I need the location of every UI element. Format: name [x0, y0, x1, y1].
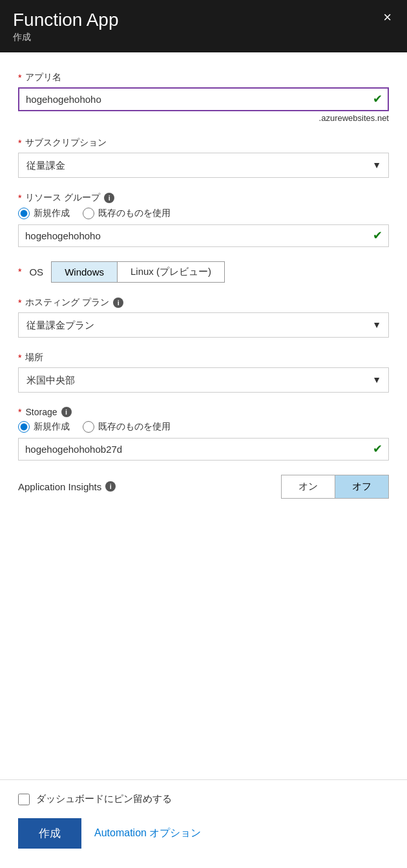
- hosting-plan-select[interactable]: 従量課金プラン: [18, 312, 389, 338]
- application-insights-on-button[interactable]: オン: [282, 475, 335, 498]
- application-insights-row: Application Insights i オン オフ: [18, 475, 389, 499]
- close-button[interactable]: ×: [381, 10, 394, 25]
- resource-group-label: * リソース グループ i: [18, 192, 389, 204]
- location-select-wrapper: 米国中央部 ▼: [18, 367, 389, 393]
- resource-group-label-text: リソース グループ: [25, 192, 100, 204]
- resource-group-create-new[interactable]: 新規作成: [18, 208, 70, 219]
- app-name-label-text: アプリ名: [25, 72, 61, 83]
- storage-label: * Storage i: [18, 407, 389, 417]
- create-button[interactable]: 作成: [18, 818, 81, 849]
- storage-input-wrapper: ✔: [18, 438, 389, 461]
- resource-group-use-existing-label: 既存のものを使用: [98, 208, 171, 219]
- hosting-plan-label: * ホスティング プラン i: [18, 297, 389, 309]
- resource-group-info-icon[interactable]: i: [104, 193, 114, 203]
- app-name-field: * アプリ名 ✔ .azurewebsites.net: [18, 72, 389, 123]
- os-field: * OS Windows Linux (プレビュー): [18, 261, 389, 283]
- app-name-label: * アプリ名: [18, 72, 389, 83]
- function-app-panel: Function App 作成 × * アプリ名 ✔ .azurewebsite…: [0, 0, 407, 868]
- app-name-check-icon: ✔: [373, 92, 382, 106]
- app-name-input-wrapper: ✔: [18, 87, 389, 111]
- storage-check-icon: ✔: [373, 442, 382, 456]
- required-star-app-name: *: [18, 72, 21, 83]
- hosting-plan-label-text: ホスティング プラン: [25, 297, 109, 309]
- pin-label: ダッシュボードにピン留めする: [36, 793, 172, 805]
- resource-group-create-new-label: 新規作成: [34, 208, 70, 219]
- storage-create-new-label: 新規作成: [34, 421, 70, 433]
- resource-group-check-icon: ✔: [373, 228, 382, 243]
- resource-group-use-existing-radio[interactable]: [83, 208, 94, 219]
- header-title-block: Function App 作成: [13, 10, 118, 43]
- pin-checkbox[interactable]: [18, 794, 30, 805]
- storage-use-existing-label: 既存のものを使用: [98, 421, 171, 433]
- location-field: * 場所 米国中央部 ▼: [18, 352, 389, 393]
- os-linux-button[interactable]: Linux (プレビュー): [117, 262, 224, 282]
- required-star-os: *: [18, 266, 21, 277]
- hosting-plan-field: * ホスティング プラン i 従量課金プラン ▼: [18, 297, 389, 338]
- panel-footer: ダッシュボードにピン留めする 作成 Automation オプション: [0, 779, 407, 868]
- os-label-text: OS: [29, 266, 43, 277]
- os-row: * OS Windows Linux (プレビュー): [18, 261, 389, 283]
- os-toggle-group: Windows Linux (プレビュー): [51, 261, 225, 283]
- application-insights-label: Application Insights i: [18, 481, 271, 492]
- resource-group-field: * リソース グループ i 新規作成 既存のものを使用 ✔: [18, 192, 389, 247]
- subscription-label: * サブスクリプション: [18, 137, 389, 149]
- required-star-location: *: [18, 353, 21, 363]
- application-insights-label-text: Application Insights: [18, 481, 101, 492]
- storage-input[interactable]: [18, 438, 389, 461]
- application-insights-field: Application Insights i オン オフ: [18, 475, 389, 499]
- resource-group-use-existing[interactable]: 既存のものを使用: [83, 208, 171, 219]
- panel-subtitle: 作成: [13, 32, 118, 43]
- storage-use-existing-radio[interactable]: [83, 421, 94, 433]
- panel-header: Function App 作成 ×: [0, 0, 407, 52]
- hosting-plan-select-wrapper: 従量課金プラン ▼: [18, 312, 389, 338]
- resource-group-create-new-radio[interactable]: [18, 208, 30, 219]
- subscription-select-wrapper: 従量課金 ▼: [18, 153, 389, 178]
- app-name-input[interactable]: [18, 87, 389, 111]
- subscription-field: * サブスクリプション 従量課金 ▼: [18, 137, 389, 178]
- resource-group-input[interactable]: [18, 224, 389, 247]
- required-star-subscription: *: [18, 138, 21, 148]
- panel-title: Function App: [13, 10, 118, 30]
- pin-checkbox-row: ダッシュボードにピン留めする: [18, 793, 389, 805]
- application-insights-off-button[interactable]: オフ: [335, 475, 388, 498]
- storage-create-new[interactable]: 新規作成: [18, 421, 70, 433]
- hosting-plan-info-icon[interactable]: i: [113, 298, 123, 308]
- location-label-text: 場所: [25, 352, 43, 363]
- storage-use-existing[interactable]: 既存のものを使用: [83, 421, 171, 433]
- storage-info-icon[interactable]: i: [61, 407, 72, 417]
- required-star-storage: *: [18, 407, 21, 417]
- required-star-rg: *: [18, 193, 21, 203]
- subscription-label-text: サブスクリプション: [25, 137, 107, 149]
- azure-suffix: .azurewebsites.net: [18, 113, 389, 123]
- storage-field: * Storage i 新規作成 既存のものを使用 ✔: [18, 407, 389, 461]
- storage-label-text: Storage: [25, 407, 57, 417]
- automation-link[interactable]: Automation オプション: [94, 827, 201, 840]
- location-select[interactable]: 米国中央部: [18, 367, 389, 393]
- os-windows-button[interactable]: Windows: [52, 262, 117, 282]
- subscription-select[interactable]: 従量課金: [18, 153, 389, 178]
- application-insights-info-icon[interactable]: i: [105, 481, 116, 492]
- storage-create-new-radio[interactable]: [18, 421, 30, 433]
- panel-body: * アプリ名 ✔ .azurewebsites.net * サブスクリプション …: [0, 52, 407, 779]
- storage-radio-group: 新規作成 既存のものを使用: [18, 421, 389, 433]
- resource-group-input-wrapper: ✔: [18, 224, 389, 247]
- footer-actions: 作成 Automation オプション: [18, 818, 389, 849]
- application-insights-toggle-group: オン オフ: [281, 475, 389, 499]
- required-star-hosting: *: [18, 298, 21, 308]
- resource-group-radio-group: 新規作成 既存のものを使用: [18, 208, 389, 219]
- location-label: * 場所: [18, 352, 389, 363]
